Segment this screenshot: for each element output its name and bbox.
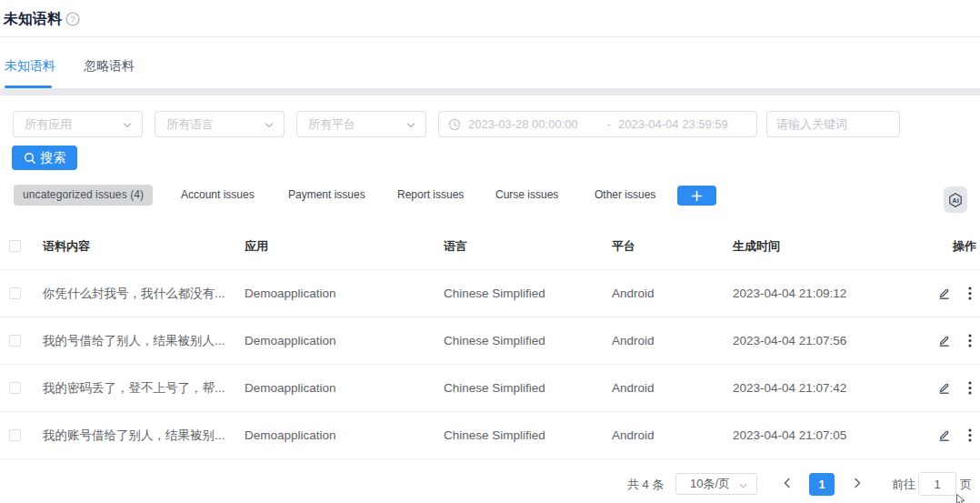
cell-time: 2023-04-04 21:07:56 bbox=[726, 334, 921, 347]
cell-content: 你凭什么封我号，我什么都没有... bbox=[36, 286, 238, 302]
cell-platform: Android bbox=[605, 334, 726, 347]
edit-icon[interactable] bbox=[937, 334, 951, 347]
ai-icon: AI bbox=[947, 192, 964, 208]
header-divider bbox=[0, 36, 980, 37]
table-header-row: 语料内容 应用 语言 平台 生成时间 操作 bbox=[0, 223, 980, 270]
category-account-issues[interactable]: Account issues bbox=[181, 185, 255, 206]
tab-ignored-corpus[interactable]: 忽略语料 bbox=[84, 58, 135, 75]
cell-app: Demoapplication bbox=[238, 381, 437, 395]
app-select[interactable]: 所有应用 bbox=[13, 111, 143, 137]
chevron-down-icon bbox=[122, 120, 133, 131]
cell-language: Chinese Simplified bbox=[437, 287, 605, 300]
row-checkbox[interactable] bbox=[9, 335, 21, 347]
table-row: 我的号借给了别人，结果被别人... Demoapplication Chines… bbox=[0, 317, 980, 365]
page-unit-label: 页 bbox=[960, 477, 972, 493]
edit-icon[interactable] bbox=[937, 428, 951, 442]
chevron-down-icon bbox=[405, 120, 416, 131]
more-actions-icon[interactable] bbox=[968, 381, 972, 395]
category-other-issues[interactable]: Other issues bbox=[595, 185, 655, 206]
cell-content: 我的账号借给了别人，结果被别... bbox=[36, 428, 238, 444]
cell-platform: Android bbox=[605, 381, 726, 395]
column-header-language: 语言 bbox=[437, 238, 605, 255]
mouse-cursor bbox=[955, 494, 967, 503]
search-button[interactable]: 搜索 bbox=[12, 146, 77, 170]
search-icon bbox=[24, 152, 36, 165]
goto-page-input[interactable]: 1 bbox=[918, 472, 956, 496]
cell-platform: Android bbox=[605, 287, 726, 300]
corpus-table: 语料内容 应用 语言 平台 生成时间 操作 你凭什么封我号，我什么都没有... … bbox=[0, 223, 980, 459]
more-actions-icon[interactable] bbox=[968, 428, 972, 442]
edit-icon[interactable] bbox=[937, 381, 951, 395]
tab-unknown-corpus[interactable]: 未知语料 bbox=[5, 58, 55, 75]
category-tag-row: uncategorized issues (4) Account issues … bbox=[0, 185, 980, 206]
cell-content: 我的密码丢了，登不上号了，帮... bbox=[36, 380, 238, 397]
ai-button[interactable]: AI bbox=[944, 186, 967, 213]
edit-icon[interactable] bbox=[937, 287, 951, 300]
card-gap-band bbox=[0, 88, 980, 96]
next-page-button[interactable] bbox=[853, 477, 864, 489]
search-button-label: 搜索 bbox=[41, 150, 66, 166]
cell-app: Demoapplication bbox=[238, 287, 437, 300]
prev-page-button[interactable] bbox=[783, 477, 794, 489]
cell-language: Chinese Simplified bbox=[437, 428, 605, 442]
help-icon[interactable]: ? bbox=[65, 12, 80, 26]
date-start-value: 2023-03-28 00:00:00 bbox=[468, 117, 578, 131]
more-actions-icon[interactable] bbox=[968, 334, 972, 347]
keyword-input[interactable]: 请输入关键词 bbox=[766, 111, 900, 137]
page-number-current[interactable]: 1 bbox=[809, 473, 835, 496]
table-row: 你凭什么封我号，我什么都没有... Demoapplication Chines… bbox=[0, 270, 980, 317]
column-header-content: 语料内容 bbox=[36, 238, 238, 255]
cell-app: Demoapplication bbox=[238, 428, 437, 442]
row-checkbox[interactable] bbox=[9, 287, 21, 299]
select-all-checkbox[interactable] bbox=[9, 240, 21, 252]
chevron-down-icon bbox=[264, 120, 275, 131]
category-curse-issues[interactable]: Curse issues bbox=[495, 185, 558, 206]
table-row: 我的密码丢了，登不上号了，帮... Demoapplication Chines… bbox=[0, 365, 980, 412]
column-header-app: 应用 bbox=[238, 238, 437, 255]
row-checkbox[interactable] bbox=[9, 429, 21, 441]
page-size-select[interactable]: 10条/页 bbox=[675, 473, 757, 495]
chevron-down-icon bbox=[738, 481, 748, 491]
more-actions-icon[interactable] bbox=[968, 287, 972, 300]
platform-select[interactable]: 所有平台 bbox=[296, 111, 426, 137]
page-size-value: 10条/页 bbox=[690, 476, 730, 492]
category-payment-issues[interactable]: Payment issues bbox=[288, 185, 365, 206]
keyword-placeholder: 请输入关键词 bbox=[776, 116, 847, 133]
goto-label: 前往 bbox=[892, 477, 915, 493]
cell-time: 2023-04-04 21:07:05 bbox=[726, 428, 921, 442]
cell-content: 我的号借给了别人，结果被别人... bbox=[36, 333, 238, 349]
category-report-issues[interactable]: Report issues bbox=[397, 185, 464, 206]
date-range-picker[interactable]: 2023-03-28 00:00:00 - 2023-04-04 23:59:5… bbox=[438, 111, 757, 137]
column-header-platform: 平台 bbox=[605, 238, 726, 255]
cell-time: 2023-04-04 21:09:12 bbox=[726, 287, 921, 300]
column-header-time: 生成时间 bbox=[726, 238, 921, 255]
cell-app: Demoapplication bbox=[238, 334, 437, 347]
pagination-total: 共 4 条 bbox=[627, 477, 664, 493]
date-separator: - bbox=[607, 117, 611, 131]
app-select-value: 所有应用 bbox=[25, 116, 72, 133]
date-end-value: 2023-04-04 23:59:59 bbox=[618, 117, 728, 131]
svg-text:?: ? bbox=[70, 14, 75, 24]
cell-language: Chinese Simplified bbox=[437, 334, 605, 347]
add-category-button[interactable] bbox=[677, 186, 716, 206]
cell-language: Chinese Simplified bbox=[437, 381, 605, 395]
language-select-value: 所有语言 bbox=[166, 116, 214, 133]
cell-time: 2023-04-04 21:07:42 bbox=[726, 381, 921, 395]
svg-text:AI: AI bbox=[952, 196, 959, 205]
cell-platform: Android bbox=[605, 428, 726, 442]
row-checkbox[interactable] bbox=[9, 382, 21, 394]
page-title: 未知语料 bbox=[4, 10, 62, 29]
clock-icon bbox=[448, 118, 461, 131]
plus-icon bbox=[691, 190, 703, 202]
column-header-operations: 操作 bbox=[921, 238, 980, 255]
category-uncategorized-issues[interactable]: uncategorized issues (4) bbox=[14, 185, 153, 206]
language-select[interactable]: 所有语言 bbox=[155, 111, 285, 137]
platform-select-value: 所有平台 bbox=[308, 116, 355, 133]
table-row: 我的账号借给了别人，结果被别... Demoapplication Chines… bbox=[0, 412, 980, 459]
